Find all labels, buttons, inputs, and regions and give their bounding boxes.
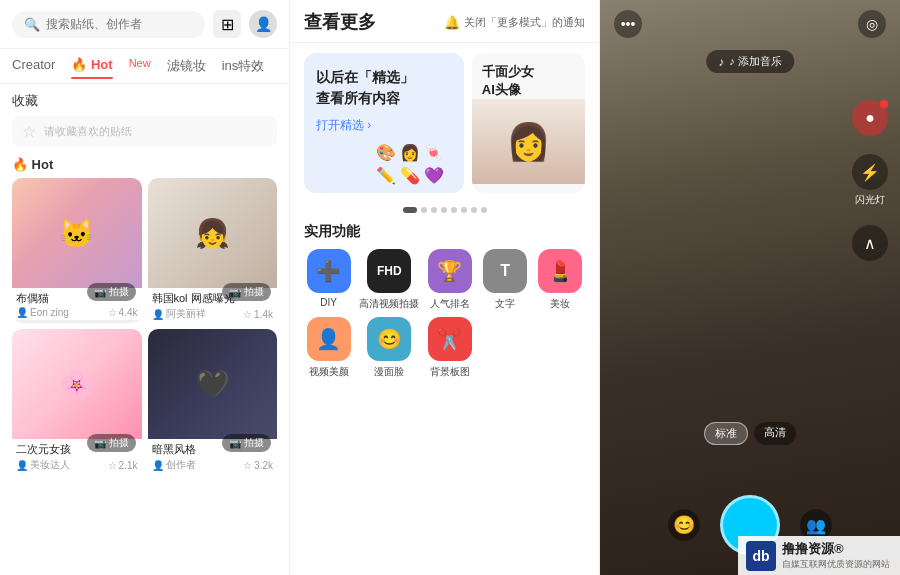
smiley-btn[interactable]: 😊 xyxy=(668,509,700,541)
camera-lens-icon[interactable]: ◎ xyxy=(858,10,886,38)
text-icon: T xyxy=(483,249,527,293)
quality-hd-btn[interactable]: 高清 xyxy=(754,422,796,445)
camera-top-bar: ••• ◎ xyxy=(600,10,900,38)
vmakeup-label: 视频美颜 xyxy=(309,365,349,379)
sticker-likes-cat: ☆ 4.4k xyxy=(108,307,138,318)
tab-new[interactable]: New xyxy=(129,55,151,77)
func-text[interactable]: T 文字 xyxy=(481,249,530,311)
dot-2 xyxy=(421,207,427,213)
makeup-icon: 💄 xyxy=(538,249,582,293)
hero-card-ai-title: 千面少女 AI头像 xyxy=(472,53,585,99)
star-likes-icon-4: ☆ xyxy=(243,460,252,471)
hero-cards: 以后在「精选」 查看所有内容 打开精选 🎨 👩 🍬 ✏️ 💊 💜 千面少女 AI… xyxy=(290,43,599,203)
right-panel-camera: ••• ◎ ♪ ♪ 添加音乐 ● ⚡ 闪光灯 ∧ 标准 高清 😊 👥 xyxy=(600,0,900,575)
author-icon-4: 👤 xyxy=(152,460,164,471)
sticker-image-anime2: 🖤 xyxy=(148,329,278,439)
vmakeup-icon: 👤 xyxy=(307,317,351,361)
hero-ai-face-image: 👩 xyxy=(472,99,585,184)
watermark-logo: db xyxy=(746,541,776,571)
watermark: db 撸撸资源® 自媒互联网优质资源的网站 xyxy=(738,536,900,575)
func-anime[interactable]: 😊 漫面脸 xyxy=(359,317,419,379)
hot-section: 🔥 Hot 🐱 📷 拍摄 布偶猫 👤 Eon zing xyxy=(0,151,289,478)
sticker-card-anime2[interactable]: 🖤 📷 拍摄 暗黑风格 👤 创作者 ☆ xyxy=(148,329,278,474)
makeup-label: 美妆 xyxy=(550,297,570,311)
qr-icon[interactable]: ⊞ xyxy=(213,10,241,38)
search-icon: 🔍 xyxy=(24,17,40,32)
tab-filter[interactable]: 滤镜妆 xyxy=(167,55,206,77)
quality-row: 标准 高清 xyxy=(704,422,796,445)
camera-icon-2: 📷 xyxy=(229,287,241,298)
middle-title: 查看更多 xyxy=(304,10,376,34)
hero-card-link[interactable]: 打开精选 xyxy=(316,117,452,134)
sticker-meta-girl1: 👤 阿美丽祥 ☆ 1.4k xyxy=(152,307,274,321)
photo-btn-girl1[interactable]: 📷 拍摄 xyxy=(222,283,271,301)
sticker-card-cat[interactable]: 🐱 📷 拍摄 布偶猫 👤 Eon zing xyxy=(12,178,142,323)
photo-btn-anime1[interactable]: 📷 拍摄 xyxy=(87,434,136,452)
watermark-text-block: 撸撸资源® 自媒互联网优质资源的网站 xyxy=(782,540,890,571)
sticker-meta-anime2: 👤 创作者 ☆ 3.2k xyxy=(152,458,274,472)
music-note-icon: ♪ xyxy=(718,55,724,69)
fhd-label: 高清视频拍摄 xyxy=(359,297,419,311)
sticker-overlay-anime1: 📷 拍摄 xyxy=(12,433,142,453)
sticker-author-girl1: 👤 阿美丽祥 xyxy=(152,307,206,321)
func-bg[interactable]: ✂️ 背景板图 xyxy=(425,317,474,379)
sticker-emoji-5: 💊 xyxy=(400,166,420,185)
camera-more-icon[interactable]: ••• xyxy=(614,10,642,38)
func-fhd[interactable]: FHD 高清视频拍摄 xyxy=(359,249,419,311)
music-pill[interactable]: ♪ ♪ 添加音乐 xyxy=(706,50,794,73)
chevron-up-icon: ∧ xyxy=(852,225,888,261)
nav-tabs: Creator 🔥 Hot New 滤镜妆 ins特效 xyxy=(0,49,289,84)
search-input-wrap[interactable]: 🔍 xyxy=(12,11,205,38)
func-rank[interactable]: 🏆 人气排名 xyxy=(425,249,474,311)
sticker-overlay-girl1: 📷 拍摄 xyxy=(148,282,278,302)
dot-6 xyxy=(461,207,467,213)
bell-icon: 🔔 xyxy=(444,15,460,30)
sidebar-icon-chevron[interactable]: ∧ xyxy=(852,225,888,261)
hero-card-ai[interactable]: 千面少女 AI头像 👩 xyxy=(472,53,585,193)
photo-btn-cat[interactable]: 📷 拍摄 xyxy=(87,283,136,301)
avatar[interactable]: 👤 xyxy=(249,10,277,38)
notification-text: 关闭「更多模式」的通知 xyxy=(464,15,585,30)
sticker-meta-cat: 👤 Eon zing ☆ 4.4k xyxy=(16,307,138,318)
sticker-emoji-4: ✏️ xyxy=(376,166,396,185)
sticker-author-anime1: 👤 美妆达人 xyxy=(16,458,70,472)
hot-fire-icon: 🔥 xyxy=(71,57,87,72)
function-grid: ➕ DIY FHD 高清视频拍摄 🏆 人气排名 T 文字 💄 美妆 👤 xyxy=(290,249,599,379)
dot-7 xyxy=(471,207,477,213)
middle-header: 查看更多 🔔 关闭「更多模式」的通知 xyxy=(290,0,599,43)
star-likes-icon: ☆ xyxy=(108,307,117,318)
sticker-overlay-cat: 📷 拍摄 xyxy=(12,282,142,302)
sticker-card-girl1[interactable]: 👧 📷 拍摄 韩国kol 网感曝光 👤 阿美丽祥 xyxy=(148,178,278,323)
sticker-card-anime1[interactable]: 🌸 📷 拍摄 二次元女孩 👤 美妆达人 ☆ xyxy=(12,329,142,474)
hero-stickers: 🎨 👩 🍬 ✏️ 💊 💜 xyxy=(376,143,456,185)
author-icon-2: 👤 xyxy=(152,309,164,320)
tab-ins[interactable]: ins特效 xyxy=(222,55,265,77)
func-makeup[interactable]: 💄 美妆 xyxy=(536,249,585,311)
sticker-image-girl1: 👧 xyxy=(148,178,278,288)
sticker-likes-anime1: ☆ 2.1k xyxy=(108,460,138,471)
tab-hot[interactable]: 🔥 Hot xyxy=(71,55,112,77)
dot-3 xyxy=(431,207,437,213)
sticker-emoji-3: 🍬 xyxy=(424,143,444,162)
func-diy[interactable]: ➕ DIY xyxy=(304,249,353,311)
quality-standard-btn[interactable]: 标准 xyxy=(704,422,748,445)
sidebar-icon-lightning[interactable]: ⚡ 闪光灯 xyxy=(852,154,888,207)
tab-creator[interactable]: Creator xyxy=(12,55,55,77)
dot-5 xyxy=(451,207,457,213)
close-notification-btn[interactable]: 🔔 关闭「更多模式」的通知 xyxy=(444,15,585,30)
lightning-icon: ⚡ xyxy=(852,154,888,190)
sticker-emoji-1: 🎨 xyxy=(376,143,396,162)
author-icon: 👤 xyxy=(16,307,28,318)
music-label: ♪ 添加音乐 xyxy=(729,54,782,69)
photo-btn-anime2[interactable]: 📷 拍摄 xyxy=(222,434,271,452)
hero-card-featured[interactable]: 以后在「精选」 查看所有内容 打开精选 🎨 👩 🍬 ✏️ 💊 💜 xyxy=(304,53,464,193)
rank-icon: 🏆 xyxy=(428,249,472,293)
collection-label: 收藏 xyxy=(12,92,277,110)
func-vmakeup[interactable]: 👤 视频美颜 xyxy=(304,317,353,379)
functions-section-title: 实用功能 xyxy=(290,217,599,249)
sidebar-icon-red[interactable]: ● xyxy=(852,100,888,136)
search-input[interactable] xyxy=(46,17,193,31)
camera-background xyxy=(600,0,900,575)
bg-icon: ✂️ xyxy=(428,317,472,361)
sticker-author-cat: 👤 Eon zing xyxy=(16,307,69,318)
